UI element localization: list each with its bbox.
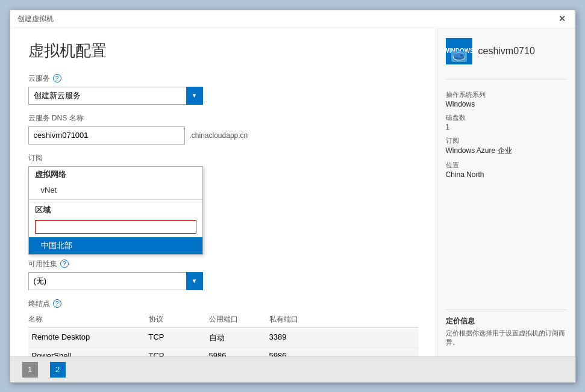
location-value: China North [446,170,567,179]
dns-section: 云服务 DNS 名称 .chinacloudapp.cn [28,113,419,145]
vm-icon: WINDOWS [446,38,472,64]
disk-value: 1 [446,123,567,131]
close-button[interactable]: ✕ [556,14,568,23]
region-filter-input[interactable] [36,221,196,233]
cloud-service-section: 云服务 ? 创建新云服务 ▼ [28,73,419,105]
endpoints-section: 终结点 ? 名称 协议 公用端口 私有端口 Remote Desktop TCP… [28,299,419,356]
location-label: 位置 [446,161,567,170]
nav-step-1[interactable]: 1 [22,362,38,378]
disk-icon [451,51,467,62]
cloud-service-select-wrapper: 创建新云服务 ▼ [28,87,203,105]
ep-pub-0: 自动 [209,332,269,343]
col-header-name: 名称 [28,314,149,325]
availability-dropdown-arrow[interactable]: ▼ [186,272,203,290]
cloud-service-value: 创建新云服务 [34,90,198,101]
ep-pub-1: 5986 [209,351,269,356]
cloud-service-dropdown-arrow[interactable]: ▼ [186,87,203,105]
endpoints-table-body: Remote Desktop TCP 自动 3389 PowerShell TC… [28,329,419,356]
endpoint-row-1: PowerShell TCP 5986 5986 [28,347,419,356]
col-header-private: 私有端口 [269,314,330,325]
dns-input-row: .chinacloudapp.cn [28,126,419,145]
subscription-dropdown-container: 企业北北北北f62-1994-91-... ▼ 虚拟网络 vNet 区域 [28,166,203,184]
availability-value: (无) [34,276,198,287]
col-header-public: 公用端口 [209,314,269,325]
endpoints-help-icon[interactable]: ? [53,299,61,308]
location-info: 位置 China North [446,156,567,179]
vm-name: ceshivm0710 [478,46,535,57]
dialog-title: 创建虚拟机 [17,14,54,24]
main-panel: 虚拟机配置 云服务 ? 创建新云服务 ▼ 云服务 DNS 名称 [10,28,437,356]
vnet-option[interactable]: vNet [29,182,202,198]
os-label: 操作系统系列 [446,90,567,99]
endpoints-label: 终结点 ? [28,299,419,309]
nav-step-2[interactable]: 2 [50,362,66,378]
region-option-china-north[interactable]: 中国北部 [29,237,202,254]
pricing-section: 定价信息 定价根据你选择用于设置虚拟机的订阅而异。 [446,303,567,347]
pricing-title: 定价信息 [446,316,567,326]
ep-priv-1: 5986 [269,351,330,356]
availability-section: 可用性集 ? (无) ▼ [28,259,419,290]
availability-select[interactable]: (无) [28,272,203,290]
dns-input[interactable] [28,126,185,145]
col-header-protocol: 协议 [149,314,209,325]
cloud-service-select[interactable]: 创建新云服务 [28,87,203,105]
subscription-label: 订阅 [28,153,419,163]
sidebar-divider-1 [446,79,567,79]
dropdown-divider [29,199,202,200]
ep-name-1: PowerShell [28,351,149,356]
endpoints-header-row: 名称 协议 公用端口 私有端口 [28,312,419,328]
dns-label: 云服务 DNS 名称 [28,113,419,123]
ep-proto-1: TCP [149,351,209,356]
os-info: 操作系统系列 Windows [446,86,567,108]
pricing-desc: 定价根据你选择用于设置虚拟机的订阅而异。 [446,329,567,347]
sidebar-subscription-value: Windows Azure 企业 [446,146,567,156]
vnet-group-label: 虚拟网络 [29,167,202,182]
subscription-info: 订阅 Windows Azure 企业 [446,131,567,156]
cloud-service-help-icon[interactable]: ? [53,74,61,82]
dialog-titlebar: 创建虚拟机 ✕ [10,10,575,28]
ep-name-0: Remote Desktop [28,332,149,343]
availability-help-icon[interactable]: ? [60,260,69,268]
region-group-label: 区域 [29,202,202,218]
region-input-wrapper [35,220,196,234]
ep-priv-0: 3389 [269,332,330,343]
disk-info: 磁盘数 1 [446,108,567,131]
vnet-region-dropdown: 虚拟网络 vNet 区域 中国北部 [28,166,203,255]
chevron-down-icon-avail: ▼ [192,278,198,284]
bottom-nav: 1 2 [10,356,575,382]
svg-point-2 [460,54,463,57]
ep-proto-0: TCP [149,332,209,343]
right-panel: WINDOWS ceshivm0710 操作系统系列 [437,28,575,356]
chevron-down-icon: ▼ [192,92,198,99]
cloud-service-label: 云服务 ? [28,73,419,84]
svg-point-1 [453,53,465,58]
subscription-section: 订阅 企业北北北北f62-1994-91-... ▼ 虚拟网络 vNet 区域 [28,153,419,184]
vm-title-row: WINDOWS ceshivm0710 [446,38,567,64]
availability-label: 可用性集 ? [28,259,419,269]
availability-select-wrapper: (无) ▼ [28,272,203,290]
disk-label: 磁盘数 [446,113,567,122]
page-title: 虚拟机配置 [28,40,419,61]
endpoint-row-0: Remote Desktop TCP 自动 3389 [28,329,419,347]
sidebar-divider-2 [446,310,567,310]
sidebar-subscription-label: 订阅 [446,136,567,145]
os-value: Windows [446,100,567,108]
dns-suffix: .chinacloudapp.cn [190,131,248,140]
